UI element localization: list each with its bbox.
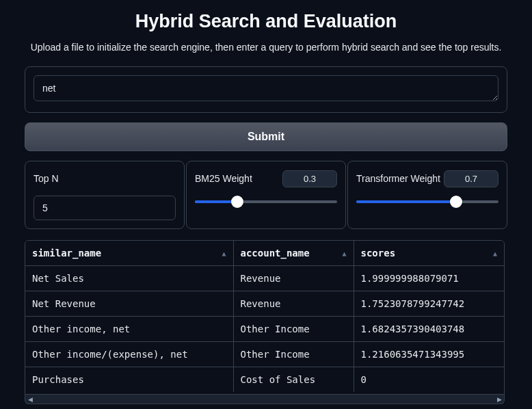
bm25-weight-control: BM25 Weight 0.3 — [186, 161, 346, 229]
sort-asc-icon: ▲ — [222, 250, 226, 257]
top-n-input[interactable] — [34, 196, 176, 220]
scroll-left-icon: ◀ — [25, 395, 35, 404]
table-row: Other income/(expense), netOther Income1… — [25, 342, 504, 367]
table-row: Net SalesRevenue1.999999988079071 — [25, 266, 504, 291]
table-cell: 1.999999988079071 — [354, 266, 504, 291]
column-header-similar-name[interactable]: similar_name ▲ — [25, 241, 233, 266]
column-label: similar_name — [32, 248, 101, 259]
table-cell: Other Income — [233, 342, 354, 367]
top-n-label: Top N — [34, 173, 59, 184]
sort-asc-icon: ▲ — [342, 250, 346, 257]
table-cell: Cost of Sales — [233, 367, 354, 393]
column-label: scores — [361, 248, 396, 259]
submit-button[interactable]: Submit — [25, 122, 507, 151]
column-header-scores[interactable]: scores ▲ — [354, 241, 504, 266]
table-cell: Net Sales — [25, 266, 233, 291]
table-cell: 1.2160635471343995 — [354, 342, 504, 367]
table-row: Net RevenueRevenue1.7523078799247742 — [25, 291, 504, 317]
transformer-weight-label: Transformer Weight — [356, 173, 440, 184]
top-n-control: Top N — [25, 161, 185, 229]
transformer-weight-value[interactable]: 0.7 — [444, 170, 498, 187]
results-scroll-area[interactable]: similar_name ▲ account_name ▲ scores ▲ — [25, 241, 504, 394]
table-cell: Other Income — [233, 317, 354, 342]
table-cell: 1.6824357390403748 — [354, 317, 504, 342]
table-cell: Revenue — [233, 266, 354, 291]
results-table: similar_name ▲ account_name ▲ scores ▲ — [25, 241, 504, 392]
transformer-weight-slider[interactable] — [356, 196, 498, 208]
bm25-weight-label: BM25 Weight — [195, 173, 252, 184]
page-title: Hybrid Search and Evaluation — [25, 11, 507, 32]
table-cell: 0 — [354, 367, 504, 393]
table-cell: Other income/(expense), net — [25, 342, 233, 367]
bm25-weight-value[interactable]: 0.3 — [282, 170, 337, 187]
table-cell: Net Revenue — [25, 291, 233, 317]
page-subtitle: Upload a file to initialize the search e… — [25, 42, 507, 53]
column-label: account_name — [241, 248, 310, 259]
query-container — [25, 66, 507, 113]
table-cell: Purchases — [25, 367, 233, 393]
horizontal-scrollbar[interactable]: ◀ ▶ — [25, 395, 505, 404]
bm25-weight-slider[interactable] — [195, 196, 337, 208]
controls-row: Top N BM25 Weight 0.3 Transformer Weight… — [25, 161, 507, 229]
table-cell: 1.7523078799247742 — [354, 291, 504, 317]
column-header-account-name[interactable]: account_name ▲ — [233, 241, 354, 266]
transformer-weight-control: Transformer Weight 0.7 — [347, 161, 507, 229]
table-row: Other income, netOther Income1.682435739… — [25, 317, 504, 342]
table-cell: Other income, net — [25, 317, 233, 342]
scroll-right-icon: ▶ — [494, 395, 504, 404]
sort-asc-icon: ▲ — [493, 250, 497, 257]
table-row: PurchasesCost of Sales0 — [25, 367, 504, 393]
query-input[interactable] — [34, 75, 498, 101]
results-table-container: similar_name ▲ account_name ▲ scores ▲ — [25, 240, 505, 395]
table-cell: Revenue — [233, 291, 354, 317]
